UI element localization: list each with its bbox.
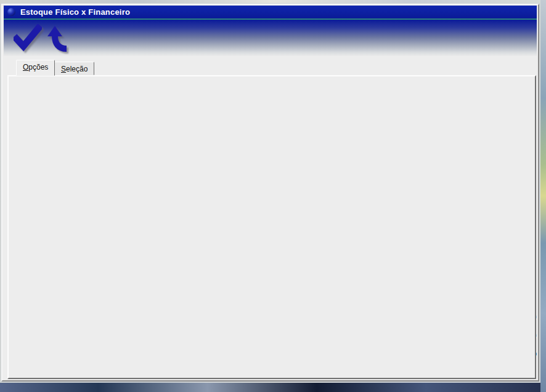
tab-label: Seleção [61,65,88,73]
tab-page [7,75,536,379]
desktop-background: Estoque Físico x Financeiro [0,0,546,392]
window-header: Estoque Físico x Financeiro [4,6,537,56]
tab-selecao[interactable]: Seleção [54,62,94,75]
window-icon [7,8,15,16]
toolbar [4,20,537,56]
desktop-bottom-strip [0,383,546,392]
return-button[interactable] [43,23,74,54]
check-icon [14,24,42,52]
window-title: Estoque Físico x Financeiro [20,7,130,17]
desktop-right-strip [540,0,546,392]
dialog-window: Estoque Físico x Financeiro [1,4,539,382]
title-bar: Estoque Físico x Financeiro [4,6,537,18]
tab-label: Opções [23,63,48,71]
tab-opcoes[interactable]: Opções [16,60,55,76]
tab-control: Opções Seleção [7,60,536,379]
confirm-button[interactable] [12,23,43,54]
return-arrow-icon [44,24,73,52]
